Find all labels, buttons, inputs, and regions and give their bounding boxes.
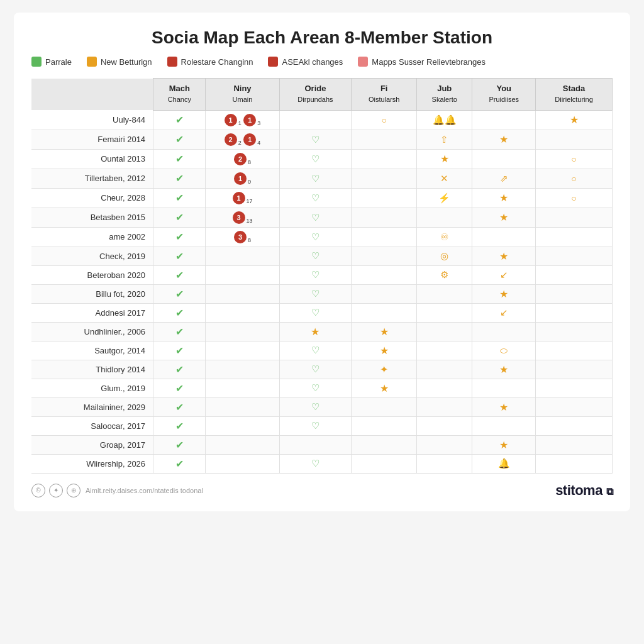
cell-mach: ✔	[153, 110, 206, 130]
star-icon: ★	[499, 192, 508, 203]
cell-you	[472, 379, 536, 397]
cell-oride: ★	[279, 322, 352, 341]
cell-fi: ✦	[352, 360, 417, 379]
cell-you: ⇗	[472, 169, 536, 188]
row-label: ame 2002	[31, 227, 153, 247]
cell-you	[472, 110, 536, 130]
legend-dot-aseak	[268, 57, 278, 67]
badge-wrap: 28	[234, 153, 251, 165]
cell-fi	[352, 149, 417, 169]
cell-you: ★	[472, 397, 536, 416]
table-row: Saloocar, 2017 ✔ ♡	[31, 416, 613, 435]
row-label: Beteroban 2020	[31, 265, 153, 284]
badge-wrap: 38	[234, 231, 251, 243]
cell-jub	[417, 397, 472, 416]
cell-jub	[417, 416, 472, 435]
cell-you	[472, 322, 536, 341]
cell-you: ★	[472, 208, 536, 227]
table-row: Beteroban 2020 ✔ ♡ ⚙ ↙	[31, 265, 613, 284]
cell-niny	[206, 284, 279, 303]
cell-niny	[206, 454, 279, 473]
badge-sub: 8	[248, 159, 251, 165]
table-row: Undhlinier., 2006 ✔ ★ ★	[31, 322, 613, 341]
badge-sub: 17	[247, 198, 253, 204]
check-icon: ✔	[175, 308, 184, 318]
cell-you	[472, 416, 536, 435]
gold-bird-icon: ⚡	[438, 192, 450, 203]
star-icon: ★	[570, 114, 579, 125]
gold-pin-icon: ◎	[440, 250, 448, 261]
table-row: Betasben 2015 ✔ 313 ♡ ★	[31, 208, 613, 227]
check-icon: ✔	[175, 326, 184, 337]
red-badge: 1	[225, 114, 237, 126]
legend-item-aseak: ASEAkl changes	[268, 57, 343, 67]
main-container: Socia Map Each Arean 8-Member Station Pa…	[14, 13, 630, 511]
cell-oride: ♡	[279, 341, 352, 360]
cell-oride: ♡	[279, 397, 352, 416]
circle-icon: ○	[381, 115, 386, 125]
cell-jub: ◎	[417, 247, 472, 265]
cell-jub: 🔔🔔	[417, 110, 472, 130]
star-icon: ★	[380, 345, 389, 356]
badge-sub: 4	[257, 140, 260, 146]
table-row: Tillertaben, 2012 ✔ 10 ♡ ✕ ⇗ ○	[31, 169, 613, 188]
star-icon: ★	[311, 326, 319, 337]
col-header-mach: MachChancy	[153, 79, 206, 111]
badge-wrap: 10	[234, 172, 251, 185]
check-icon: ✔	[175, 270, 184, 280]
table-row: Glum., 2019 ✔ ♡ ★	[31, 379, 613, 397]
cell-stada	[536, 265, 613, 284]
cell-mach: ✔	[153, 149, 206, 169]
legend-label-mapps: Mapps Susser Relievtebranges	[372, 57, 486, 67]
footer-brand: stitoma ⧉	[555, 482, 613, 499]
cell-oride: ♡	[279, 188, 352, 208]
cell-mach: ✔	[153, 247, 206, 265]
check-icon: ✔	[175, 231, 184, 242]
cell-mach: ✔	[153, 188, 206, 208]
cell-fi	[352, 284, 417, 303]
cell-fi	[352, 247, 417, 265]
badge-sub: 2	[238, 140, 242, 146]
outline-icon: ♡	[311, 307, 319, 318]
cell-niny	[206, 341, 279, 360]
table-row: Uuly-844 ✔ 11 13 ○ 🔔🔔 ★	[31, 110, 613, 130]
cell-fi: ★	[352, 322, 417, 341]
cell-fi	[352, 265, 417, 284]
legend-label-new-betturign: New Betturign	[101, 57, 152, 67]
outline-icon: ♡	[311, 134, 319, 145]
check-icon: ✔	[175, 364, 184, 375]
outline-icon: ♡	[311, 192, 319, 203]
cell-fi: ★	[352, 379, 417, 397]
cell-oride: ♡	[279, 284, 352, 303]
check-icon: ✔	[175, 345, 184, 356]
col-header-empty	[31, 79, 153, 111]
outline-icon: ♡	[311, 269, 319, 280]
badge-wrap: 11	[225, 114, 242, 126]
cell-mach: ✔	[153, 303, 206, 322]
cell-niny	[206, 322, 279, 341]
cell-fi	[352, 130, 417, 149]
cell-jub	[417, 341, 472, 360]
footer-icon-cc: ©	[31, 484, 45, 497]
bell-icon: 🔔	[498, 458, 510, 469]
gold-star-icon: ★	[440, 153, 449, 164]
table-row: Check, 2019 ✔ ♡ ◎ ★	[31, 247, 613, 265]
cell-stada: ○	[536, 149, 613, 169]
badge-wrap: 313	[233, 211, 253, 224]
cell-mach: ✔	[153, 169, 206, 188]
cell-mach: ✔	[153, 208, 206, 227]
cell-mach: ✔	[153, 435, 206, 454]
check-icon: ✔	[175, 289, 184, 299]
circle-icon: ○	[571, 174, 576, 184]
cell-niny	[206, 360, 279, 379]
outline-icon: ♡	[311, 153, 319, 164]
row-label: Femairi 2014	[31, 130, 153, 149]
arrow2-icon: ↙	[500, 307, 508, 318]
cell-niny	[206, 303, 279, 322]
cell-you: ★	[472, 188, 536, 208]
cell-niny: 117	[206, 188, 279, 208]
cell-oride: ♡	[279, 379, 352, 397]
cell-oride: ♡	[279, 416, 352, 435]
check-icon: ✔	[175, 134, 184, 145]
cell-jub	[417, 435, 472, 454]
